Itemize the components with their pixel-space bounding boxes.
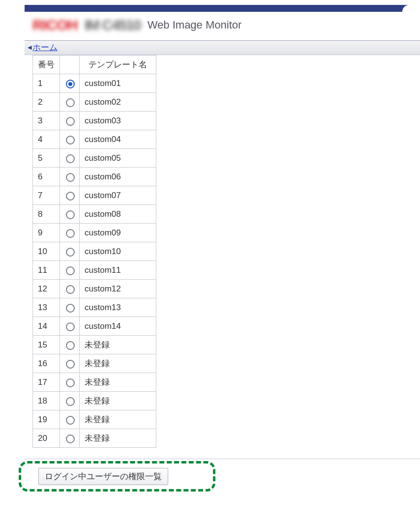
template-select-radio[interactable]: [66, 154, 75, 163]
cell-template-name: custom10: [80, 242, 156, 261]
cell-template-name: custom03: [80, 112, 156, 130]
cell-template-name: custom02: [80, 93, 156, 112]
breadcrumb-home-link[interactable]: ホーム: [32, 42, 58, 53]
template-select-radio[interactable]: [66, 229, 75, 238]
template-select-radio[interactable]: [66, 322, 75, 331]
template-select-radio[interactable]: [66, 397, 75, 406]
table-row: 12custom12: [33, 280, 156, 298]
cell-select: [60, 280, 80, 298]
template-select-radio[interactable]: [66, 341, 75, 350]
cell-number: 2: [33, 93, 60, 112]
cell-template-name: custom06: [80, 168, 156, 186]
table-row: 9custom09: [33, 224, 156, 242]
cell-select: [60, 392, 80, 410]
cell-template-name: custom09: [80, 224, 156, 242]
table-row: 14custom14: [33, 317, 156, 336]
cell-select: [60, 410, 80, 429]
cell-number: 6: [33, 168, 60, 186]
cell-template-name: custom14: [80, 317, 156, 336]
footer-area: ログイン中ユーザーの権限一覧: [25, 459, 420, 492]
template-select-radio[interactable]: [66, 210, 75, 219]
template-select-radio[interactable]: [66, 98, 75, 107]
cell-number: 1: [33, 74, 60, 93]
cell-select: [60, 336, 80, 354]
cell-number: 11: [33, 261, 60, 280]
table-row: 2custom02: [33, 93, 156, 112]
cell-select: [60, 317, 80, 336]
cell-select: [60, 149, 80, 168]
template-select-radio[interactable]: [66, 136, 75, 145]
cell-number: 13: [33, 298, 60, 317]
table-row: 17未登録: [33, 373, 156, 392]
cell-select: [60, 242, 80, 261]
template-select-radio[interactable]: [66, 360, 75, 369]
table-row: 20未登録: [33, 429, 156, 448]
cell-number: 9: [33, 224, 60, 242]
app-title: Web Image Monitor: [148, 19, 242, 31]
cell-number: 5: [33, 149, 60, 168]
cell-select: [60, 224, 80, 242]
cell-select: [60, 74, 80, 93]
col-header-name: テンプレート名: [80, 56, 156, 74]
table-row: 4custom04: [33, 130, 156, 149]
cell-template-name: 未登録: [80, 429, 156, 448]
template-select-radio[interactable]: [66, 248, 75, 257]
breadcrumb-bar: ◀ ホーム: [25, 41, 420, 55]
cell-select: [60, 93, 80, 112]
page-root: RICOH IM C4510 Web Image Monitor ◀ ホーム 番…: [0, 0, 420, 521]
brand-model-gray: IM C4510: [85, 17, 141, 33]
breadcrumb-back-icon: ◀: [28, 45, 31, 50]
table-row: 11custom11: [33, 261, 156, 280]
table-row: 16未登録: [33, 354, 156, 373]
template-select-radio[interactable]: [66, 266, 75, 275]
cell-template-name: custom07: [80, 186, 156, 205]
cell-number: 7: [33, 186, 60, 205]
logged-in-user-permissions-button[interactable]: ログイン中ユーザーの権限一覧: [38, 468, 168, 485]
cell-number: 12: [33, 280, 60, 298]
template-select-radio[interactable]: [66, 304, 75, 313]
template-select-radio[interactable]: [66, 80, 75, 88]
cell-number: 16: [33, 354, 60, 373]
template-select-radio[interactable]: [66, 434, 75, 443]
cell-template-name: 未登録: [80, 392, 156, 410]
cell-template-name: 未登録: [80, 410, 156, 429]
cell-select: [60, 130, 80, 149]
cell-template-name: custom11: [80, 261, 156, 280]
cell-template-name: 未登録: [80, 336, 156, 354]
table-header-row: 番号 テンプレート名: [33, 56, 156, 74]
cell-select: [60, 168, 80, 186]
cell-number: 10: [33, 242, 60, 261]
brand-logo-red: RICOH: [32, 17, 78, 33]
template-select-radio[interactable]: [66, 378, 75, 387]
table-row: 15未登録: [33, 336, 156, 354]
cell-select: [60, 261, 80, 280]
template-select-radio[interactable]: [66, 117, 75, 126]
table-row: 3custom03: [33, 112, 156, 130]
cell-select: [60, 205, 80, 224]
table-row: 7custom07: [33, 186, 156, 205]
cell-number: 8: [33, 205, 60, 224]
template-select-radio[interactable]: [66, 173, 75, 182]
table-row: 1custom01: [33, 74, 156, 93]
template-select-radio[interactable]: [66, 416, 75, 425]
cell-number: 3: [33, 112, 60, 130]
table-row: 19未登録: [33, 410, 156, 429]
top-bar: [25, 5, 420, 12]
cell-template-name: custom05: [80, 149, 156, 168]
cell-template-name: custom01: [80, 74, 156, 93]
cell-number: 20: [33, 429, 60, 448]
cell-select: [60, 186, 80, 205]
table-row: 6custom06: [33, 168, 156, 186]
template-select-radio[interactable]: [66, 285, 75, 294]
template-table: 番号 テンプレート名 1custom012custom023custom034c…: [32, 55, 156, 448]
cell-number: 17: [33, 373, 60, 392]
cell-select: [60, 429, 80, 448]
template-select-radio[interactable]: [66, 192, 75, 201]
cell-number: 19: [33, 410, 60, 429]
table-row: 10custom10: [33, 242, 156, 261]
cell-number: 14: [33, 317, 60, 336]
table-row: 8custom08: [33, 205, 156, 224]
col-header-number: 番号: [33, 56, 60, 74]
cell-template-name: custom12: [80, 280, 156, 298]
table-row: 18未登録: [33, 392, 156, 410]
